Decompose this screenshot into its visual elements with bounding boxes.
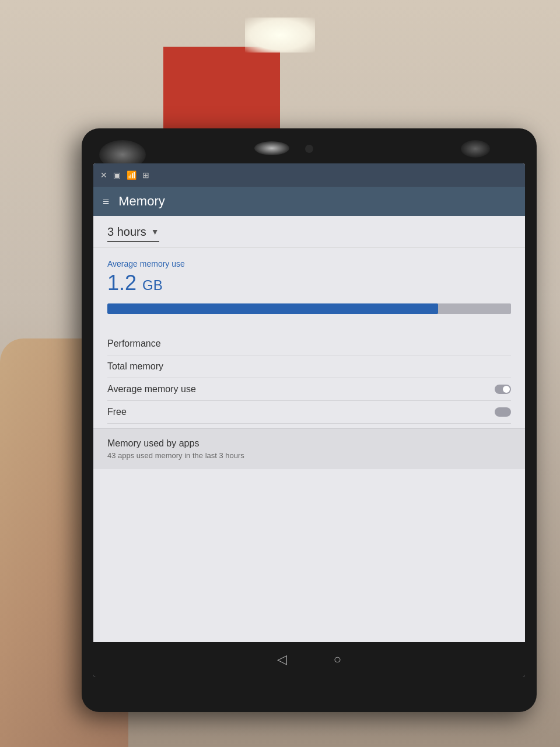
apps-section: Memory used by apps 43 apps used memory … [93,428,525,469]
tablet-screen: ✕ ▣ 📶 ⊞ ≡ Memory 3 hours ▼ Average memor… [93,163,525,677]
page-title: Memory [118,194,164,209]
content-area: 3 hours ▼ Average memory use 1.2 GB [93,216,525,469]
apps-section-title: Memory used by apps [107,438,511,449]
signal-icon: 📶 [127,170,136,180]
tablet-device: ✕ ▣ 📶 ⊞ ≡ Memory 3 hours ▼ Average memor… [82,128,537,712]
stat-label-average-used: Average memory use [107,384,196,395]
memory-unit: GB [142,277,163,293]
time-selector-row: 3 hours ▼ [93,216,525,247]
stat-label-total-memory: Total memory [107,361,163,372]
memory-value: 1.2 GB [107,271,511,295]
toggle-average-used[interactable] [495,385,511,394]
memory-number: 1.2 [107,271,136,295]
memory-progress-bar [107,303,511,314]
bottom-nav: ◁ ○ [93,642,525,677]
window-icon: ▣ [113,170,121,180]
camera [305,145,313,153]
toggle-free[interactable] [495,407,511,417]
apps-section-subtitle: 43 apps used memory in the last 3 hours [107,451,511,460]
stat-row-free[interactable]: Free [107,401,511,424]
stat-row-average-used[interactable]: Average memory use [107,378,511,401]
reflection-right [461,140,490,158]
home-button[interactable]: ○ [334,652,341,667]
stat-row-total-memory[interactable]: Total memory [107,355,511,378]
avg-memory-label: Average memory use [107,259,511,268]
chevron-down-icon: ▼ [151,228,159,237]
background-red-element [163,47,280,140]
stat-label-free: Free [107,407,127,417]
system-bar: ✕ ▣ 📶 ⊞ [93,163,525,187]
memory-progress-fill [107,303,438,314]
time-dropdown[interactable]: 3 hours ▼ [107,225,159,242]
time-selected-label: 3 hours [107,225,146,239]
memory-section: Average memory use 1.2 GB [93,247,525,333]
stat-label-performance: Performance [107,338,161,349]
back-button[interactable]: ◁ [277,652,287,667]
background-light [245,18,315,53]
menu-icon[interactable]: ≡ [103,195,109,208]
stats-list: Performance Total memory Average memory … [93,333,525,424]
camera-highlight [254,141,289,155]
grid-icon: ⊞ [142,170,149,180]
app-toolbar: ≡ Memory [93,187,525,216]
close-icon: ✕ [100,170,107,180]
stat-row-performance[interactable]: Performance [107,333,511,355]
